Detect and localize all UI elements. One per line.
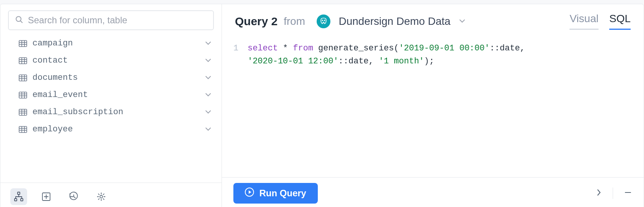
tab-visual[interactable]: Visual bbox=[570, 13, 599, 30]
table-icon bbox=[19, 109, 27, 116]
sidebar-footer bbox=[0, 183, 222, 207]
svg-rect-7 bbox=[19, 58, 27, 64]
run-query-button[interactable]: Run Query bbox=[233, 183, 318, 204]
svg-point-39 bbox=[322, 20, 323, 21]
search-wrap bbox=[0, 4, 222, 35]
svg-rect-17 bbox=[19, 92, 27, 98]
divider bbox=[613, 188, 613, 199]
svg-rect-22 bbox=[19, 109, 27, 115]
code-content[interactable]: select * from generate_series('2019-09-0… bbox=[248, 42, 530, 177]
minimize-icon[interactable] bbox=[624, 188, 632, 198]
chevron-down-icon bbox=[205, 40, 212, 47]
chevron-down-icon bbox=[205, 126, 212, 133]
schema-tree-icon[interactable] bbox=[10, 188, 27, 205]
snippets-icon[interactable] bbox=[38, 188, 55, 205]
main-header: Query 2 from Dundersign Demo Data Visual… bbox=[222, 4, 644, 34]
sidebar: campaign contact documents bbox=[0, 4, 222, 207]
svg-point-40 bbox=[324, 20, 325, 21]
expand-icon[interactable] bbox=[596, 188, 602, 198]
app-container: campaign contact documents bbox=[0, 4, 644, 207]
table-name: email_event bbox=[32, 90, 205, 100]
chevron-down-icon[interactable] bbox=[459, 18, 466, 25]
table-name: contact bbox=[32, 56, 205, 65]
play-icon bbox=[245, 188, 254, 199]
main-panel: Query 2 from Dundersign Demo Data Visual… bbox=[222, 4, 644, 207]
table-item-campaign[interactable]: campaign bbox=[16, 35, 214, 52]
table-name: documents bbox=[32, 73, 205, 82]
table-list: campaign contact documents bbox=[0, 35, 222, 183]
svg-marker-42 bbox=[249, 191, 251, 194]
main-footer: Run Query bbox=[222, 177, 644, 207]
table-name: campaign bbox=[32, 39, 205, 48]
svg-rect-34 bbox=[21, 199, 23, 201]
table-item-contact[interactable]: contact bbox=[16, 52, 214, 69]
table-item-documents[interactable]: documents bbox=[16, 69, 214, 86]
svg-line-1 bbox=[21, 21, 23, 23]
svg-point-38 bbox=[100, 196, 103, 198]
table-name: employee bbox=[32, 125, 205, 134]
table-name: email_subscription bbox=[32, 107, 205, 117]
line-number: 1 bbox=[233, 42, 238, 55]
chevron-down-icon bbox=[205, 74, 212, 81]
table-item-email-subscription[interactable]: email_subscription bbox=[16, 104, 214, 121]
footer-right bbox=[596, 188, 632, 199]
search-input[interactable] bbox=[28, 15, 207, 26]
chevron-down-icon bbox=[205, 92, 212, 99]
table-item-employee[interactable]: employee bbox=[16, 121, 214, 138]
table-icon bbox=[19, 74, 27, 81]
view-tabs: Visual SQL bbox=[570, 13, 631, 30]
svg-rect-27 bbox=[19, 126, 27, 133]
table-icon bbox=[19, 126, 27, 133]
svg-rect-12 bbox=[19, 75, 27, 81]
table-icon bbox=[19, 57, 27, 64]
run-query-label: Run Query bbox=[259, 188, 306, 199]
svg-rect-2 bbox=[19, 40, 27, 47]
tab-sql[interactable]: SQL bbox=[609, 13, 631, 30]
table-item-email-event[interactable]: email_event bbox=[16, 86, 214, 104]
search-icon bbox=[15, 15, 23, 25]
svg-rect-33 bbox=[15, 199, 17, 201]
gear-icon[interactable] bbox=[93, 188, 110, 205]
from-label: from bbox=[284, 15, 305, 27]
table-icon bbox=[19, 40, 27, 47]
query-title[interactable]: Query 2 bbox=[235, 15, 278, 28]
datasource-name[interactable]: Dundersign Demo Data bbox=[339, 15, 451, 27]
postgres-icon bbox=[317, 15, 330, 28]
line-gutter: 1 bbox=[233, 42, 248, 177]
history-icon[interactable] bbox=[65, 188, 82, 205]
table-icon bbox=[19, 92, 27, 99]
chevron-down-icon bbox=[205, 109, 212, 116]
search-box[interactable] bbox=[8, 10, 214, 30]
sql-editor[interactable]: 1 select * from generate_series('2019-09… bbox=[222, 34, 644, 177]
chevron-down-icon bbox=[205, 57, 212, 64]
